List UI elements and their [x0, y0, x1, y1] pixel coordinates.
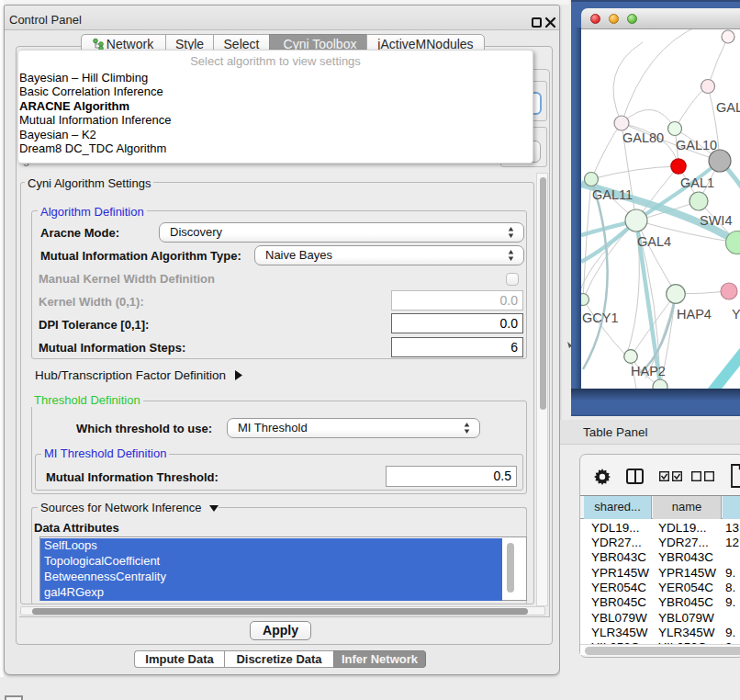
svg-text:GCY1: GCY1: [582, 310, 619, 325]
svg-text:GAL80: GAL80: [622, 130, 664, 145]
svg-text:GAL1: GAL1: [680, 175, 714, 190]
svg-text:GAL11: GAL11: [592, 187, 633, 202]
svg-text:HAP2: HAP2: [631, 364, 666, 378]
svg-text:GAL: GAL: [716, 100, 740, 115]
svg-text:GAL4: GAL4: [637, 234, 671, 249]
svg-text:HAP4: HAP4: [677, 307, 712, 322]
svg-text:SWI4: SWI4: [700, 213, 732, 228]
svg-text:Y: Y: [732, 307, 740, 322]
svg-text:GAL10: GAL10: [676, 138, 717, 152]
